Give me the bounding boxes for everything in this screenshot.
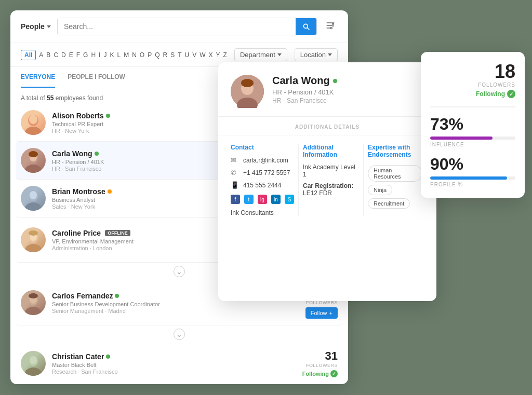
linkedin-icon[interactable]: in [271,195,281,204]
influence-section: 73% INFLUENCE [430,116,515,147]
alpha-Q[interactable]: Q [155,51,159,59]
expertise-column: Expertise with Endorsements Human Resour… [363,144,428,216]
svg-point-9 [25,165,42,173]
people-label: People [21,22,45,31]
svg-point-4 [332,24,334,26]
stats-panel: 18 FOLLOWERS Following ✓ 73% INFLUENCE 9… [421,52,525,198]
alpha-X[interactable]: X [209,51,213,59]
status-online-icon [106,114,110,118]
svg-point-23 [29,293,38,298]
search-input[interactable] [58,18,296,35]
svg-point-30 [241,79,254,87]
twitter-icon[interactable]: t [244,195,254,204]
alpha-B[interactable]: B [46,51,50,59]
expand-button[interactable]: ⌄ [16,325,343,343]
additional-info-column: Additional Information Ink Academy Level… [298,144,363,216]
alpha-A[interactable]: A [39,51,43,59]
detail-panel: Carla Wong HR - Pension / 401K HR - San … [218,62,436,301]
header: People [10,10,348,43]
list-item[interactable]: Christian Cater Master Black Belt Resear… [16,343,343,384]
svg-point-20 [25,307,42,315]
followers-count: 18 [430,62,515,81]
alpha-Y[interactable]: Y [216,51,220,59]
alpha-O[interactable]: O [140,51,144,59]
person-name: Christian Cater [52,352,302,361]
status-online-icon [106,355,110,359]
detail-person-info: Carla Wong HR - Pension / 401K HR - San … [272,75,424,104]
alpha-S[interactable]: S [170,51,175,59]
profile-percent: 90% [430,156,515,172]
follow-button[interactable]: Follow + [305,307,338,319]
alpha-U[interactable]: U [185,51,190,59]
detail-body: Contact ✉ carla.r@ink.com ✆ +1 415 772 5… [218,135,436,225]
alpha-all[interactable]: All [21,50,36,60]
academy-level: Ink Academy Level 1 [303,164,359,178]
alpha-N[interactable]: N [132,51,137,59]
alpha-R[interactable]: R [163,51,168,59]
status-online-icon [95,152,99,156]
location-filter[interactable]: Location [295,48,338,61]
alpha-M[interactable]: M [124,51,129,59]
tag-recruitment[interactable]: Recruitment [368,198,410,209]
dropdown-chevron-icon [47,25,51,28]
email-icon: ✉ [231,156,239,165]
contact-column: Contact ✉ carla.r@ink.com ✆ +1 415 772 5… [227,144,298,216]
avatar [21,186,46,211]
alpha-C[interactable]: C [54,51,58,59]
alpha-P[interactable]: P [148,51,152,59]
svg-point-7 [25,127,42,135]
filter-icon[interactable] [323,18,338,35]
profile-bar-fill [430,176,507,180]
additional-details-header: ADDITIONAL DETAILS [218,117,436,135]
department-filter[interactable]: Department [234,48,287,61]
alpha-Z[interactable]: Z [223,51,227,59]
dept-chevron-icon [277,53,282,56]
detail-dept: HR - San Francisco [272,97,424,104]
tab-following[interactable]: PEOPLE I FOLLOW [68,67,125,88]
facebook-icon[interactable]: f [231,195,240,204]
svg-point-12 [29,151,38,157]
instagram-icon[interactable]: ig [258,195,267,204]
avatar [21,110,46,135]
car-reg: Car Registration: LE12 FDR [303,182,359,197]
people-dropdown[interactable]: People [21,22,51,31]
influence-bar-fill [430,137,493,140]
followers-label: FOLLOWERS [430,82,515,88]
loc-chevron-icon [328,53,332,56]
avatar-image [21,148,46,173]
following-button[interactable]: Following ✓ [430,90,515,98]
alpha-L[interactable]: L [117,51,121,59]
alpha-K[interactable]: K [110,51,114,59]
svg-point-16 [25,244,42,252]
alpha-G[interactable]: G [83,51,88,59]
offline-badge: OFFLINE [105,230,130,236]
expertise-tags: Human Resources Ninja Recruitment [368,164,424,210]
tag-human-resources[interactable]: Human Resources [368,165,422,182]
svg-point-24 [25,367,42,376]
alpha-E[interactable]: E [69,51,73,59]
detail-header: Carla Wong HR - Pension / 401K HR - San … [218,62,436,117]
search-icon [302,22,310,31]
tab-everyone[interactable]: EVERYONE [21,67,55,88]
alpha-V[interactable]: V [192,51,196,59]
svg-point-13 [25,202,42,211]
skype-icon[interactable]: S [285,195,294,204]
alpha-D[interactable]: D [61,51,66,59]
detail-avatar-image [231,75,264,108]
influence-label: INFLUENCE [430,142,515,147]
alpha-H[interactable]: H [91,51,96,59]
detail-avatar [231,75,264,108]
avatar-image [21,351,46,376]
alpha-W[interactable]: W [200,51,205,59]
search-button[interactable] [296,18,316,35]
avatar [21,290,46,315]
svg-point-26 [30,356,37,364]
alpha-I[interactable]: I [99,51,100,59]
avatar [21,227,46,252]
alpha-F[interactable]: F [76,51,80,59]
avatar-image [21,110,46,135]
tag-ninja[interactable]: Ninja [368,185,392,195]
influence-bar [430,137,515,140]
alpha-T[interactable]: T [178,51,181,59]
alpha-J[interactable]: J [103,51,107,59]
